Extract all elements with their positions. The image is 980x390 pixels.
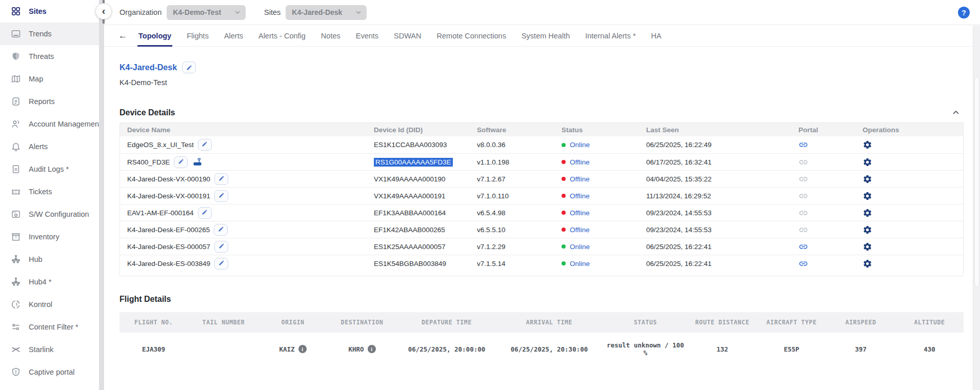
device-table-row: K4-Jared-Desk-VX-000190 VX1K49AAAAA00019… [120, 170, 963, 187]
origin-text: KAIZ [279, 345, 294, 353]
tab-system-health[interactable]: System Health [522, 26, 570, 47]
sidebar-item-tickets[interactable]: Tickets [0, 180, 99, 203]
sidebar-item-label: Captive portal [29, 368, 74, 376]
device-name-text: K4-Jared-Desk-EF-000265 [127, 226, 210, 234]
sidebar-item-sites[interactable]: Sites [0, 0, 99, 23]
info-icon[interactable]: i [298, 345, 307, 353]
route-distance-text: 132 [716, 345, 728, 353]
sidebar-item-account-management[interactable]: Account Management [0, 113, 99, 135]
edit-site-name-button[interactable] [182, 61, 196, 73]
device-software-text: v1.1.0.198 [477, 158, 509, 166]
info-icon[interactable]: i [368, 345, 376, 353]
tab-flights[interactable]: Flights [187, 26, 209, 47]
device-id-text: ES1K54BGBAB003849 [374, 260, 446, 268]
status-badge: Online [570, 243, 590, 251]
edit-device-name-button[interactable] [214, 190, 228, 202]
operations-gear-icon[interactable] [863, 191, 872, 201]
tab-internal-alerts[interactable]: Internal Alerts * [585, 26, 635, 47]
back-arrow-icon[interactable]: ← [118, 31, 127, 41]
sites-select[interactable]: K4-Jared-Desk [286, 5, 367, 20]
sidebar-item-map[interactable]: Map [0, 68, 99, 90]
sidebar-item-audit-logs[interactable]: Audit Logs * [0, 158, 99, 180]
sidebar-item-inventory[interactable]: Inventory [0, 225, 99, 248]
operations-gear-icon[interactable] [863, 157, 872, 167]
edit-device-name-button[interactable] [214, 224, 228, 236]
sidebar-item-threats[interactable]: Threats [0, 45, 99, 68]
edit-device-name-button[interactable] [214, 173, 228, 185]
tab-alerts-config[interactable]: Alerts - Config [258, 26, 306, 47]
help-icon[interactable]: ? [958, 7, 970, 18]
device-table: Device NameDevice Id (DID)SoftwareStatus… [119, 122, 964, 276]
sidebar-item-content-filter[interactable]: Content Filter * [0, 316, 99, 338]
portal-link-icon[interactable] [798, 208, 808, 218]
edit-device-name-button[interactable] [198, 139, 212, 151]
last-seen-text: 06/25/2025, 16:22:41 [646, 243, 712, 251]
flight-no-text: EJA309 [142, 345, 165, 353]
edit-device-name-button[interactable] [174, 156, 188, 168]
operations-gear-icon[interactable] [863, 140, 872, 150]
edit-device-name-button[interactable] [198, 207, 212, 219]
operations-gear-icon[interactable] [863, 225, 872, 235]
flight-table-row: EJA309 KAIZi KHROi 06/25/2025, 20:00:00 … [119, 333, 964, 365]
document-icon [10, 163, 22, 175]
status-dot [562, 228, 566, 232]
sidebar-item-hub[interactable]: Hub [0, 248, 99, 271]
operations-gear-icon[interactable] [863, 242, 872, 252]
pencil-icon [218, 226, 224, 234]
device-name-text: K4-Jared-Desk-ES-000057 [127, 243, 210, 251]
device-id-text: VX1K49AAAAA000191 [374, 192, 446, 200]
edit-device-name-button[interactable] [214, 241, 228, 253]
tab-notes[interactable]: Notes [321, 26, 341, 47]
sidebar-item-captive-portal[interactable]: Captive portal [0, 361, 99, 383]
portal-link-icon[interactable] [798, 157, 808, 167]
site-name-link[interactable]: K4-Jared-Desk [119, 63, 177, 72]
filter-sliders-icon [10, 321, 22, 333]
device-details-title: Device Details [119, 108, 175, 117]
portal-link-icon[interactable] [798, 174, 808, 184]
tab-label: Topology [138, 32, 171, 40]
window-gear-icon [10, 209, 22, 220]
content-scrollbar[interactable] [973, 26, 980, 390]
sidebar-item-label: Inventory [29, 233, 59, 241]
sidebar-item-reports[interactable]: Reports [0, 90, 99, 113]
sidebar-item-hub4[interactable]: Hub4 * [0, 271, 99, 293]
portal-link-icon[interactable] [798, 140, 808, 150]
tab-remote-connections[interactable]: Remote Connections [437, 26, 506, 47]
portal-link-icon[interactable] [798, 225, 808, 235]
airspeed-text: 397 [855, 345, 867, 353]
main-area: Organization K4-Demo-Test Sites K4-Jared… [104, 0, 980, 390]
sidebar-item-kontrol[interactable]: Kontrol [0, 293, 99, 316]
ticket-icon [10, 186, 22, 197]
portal-link-icon[interactable] [798, 191, 808, 201]
collapse-section-icon[interactable] [951, 108, 961, 117]
tab-topology[interactable]: Topology [138, 26, 171, 47]
tab-ha[interactable]: HA [651, 26, 662, 47]
portal-link-icon[interactable] [798, 259, 808, 269]
departure-time-text: 06/25/2025, 20:00:00 [408, 345, 486, 353]
edit-device-name-button[interactable] [214, 258, 228, 270]
operations-gear-icon[interactable] [863, 208, 872, 218]
sidebar-item-starlink[interactable]: Starlink [0, 338, 99, 361]
operations-gear-icon[interactable] [863, 174, 872, 184]
content-scrollbar-thumb[interactable] [974, 77, 979, 287]
status-badge: Offline [570, 226, 590, 234]
tab-alerts[interactable]: Alerts [224, 26, 243, 47]
last-seen-text: 06/25/2025, 16:22:49 [646, 141, 712, 149]
tab-label: Flights [187, 32, 209, 40]
sidebar-item-label: S/W Configuration [29, 210, 89, 218]
tab-label: Alerts [224, 32, 243, 40]
device-id-text: EF1K42ABAAB000265 [374, 226, 445, 234]
sidebar-collapse-button[interactable]: ‹ [95, 3, 112, 19]
pencil-icon [218, 175, 225, 183]
sidebar-item-s-w-configuration[interactable]: S/W Configuration [0, 203, 99, 225]
sidebar-item-alerts[interactable]: Alerts [0, 135, 99, 158]
portal-link-icon[interactable] [798, 242, 808, 252]
organization-select[interactable]: K4-Demo-Test [167, 5, 246, 20]
device-column-header: Software [477, 126, 562, 134]
tab-events[interactable]: Events [356, 26, 378, 47]
tab-sdwan[interactable]: SDWAN [394, 26, 421, 47]
sidebar-item-trends[interactable]: Trends [0, 23, 99, 45]
tab-label: Events [356, 32, 378, 40]
device-id-text: ES1K25AAAAA000057 [374, 243, 446, 251]
operations-gear-icon[interactable] [863, 259, 872, 269]
